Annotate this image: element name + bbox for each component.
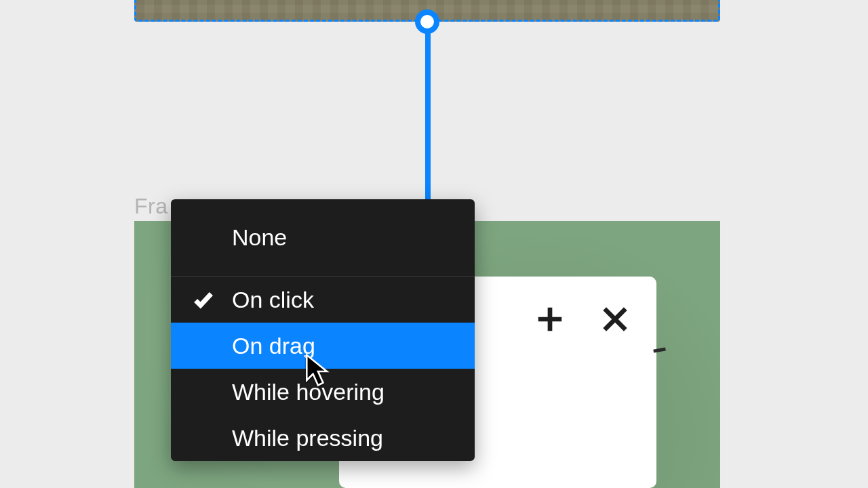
menu-item-label: On drag	[232, 333, 315, 359]
menu-item-label: None	[232, 224, 287, 251]
prototype-connection-line[interactable]	[425, 22, 431, 221]
menu-item-while-pressing[interactable]: While pressing	[171, 415, 475, 461]
check-icon	[189, 285, 218, 314]
frame-label: Fra	[134, 194, 168, 219]
menu-item-label: While pressing	[232, 425, 383, 451]
prototype-connection-handle[interactable]	[415, 9, 439, 34]
plus-icon[interactable]	[532, 301, 568, 338]
close-icon[interactable]	[597, 301, 633, 338]
menu-item-label: While hovering	[232, 379, 384, 405]
menu-item-label: On click	[232, 287, 314, 313]
menu-item-on-drag[interactable]: On drag	[171, 323, 475, 369]
interaction-trigger-menu[interactable]: None On click On drag While hovering Whi…	[171, 199, 475, 461]
menu-item-none[interactable]: None	[171, 199, 475, 277]
menu-item-while-hovering[interactable]: While hovering	[171, 369, 475, 415]
menu-item-on-click[interactable]: On click	[171, 277, 475, 323]
